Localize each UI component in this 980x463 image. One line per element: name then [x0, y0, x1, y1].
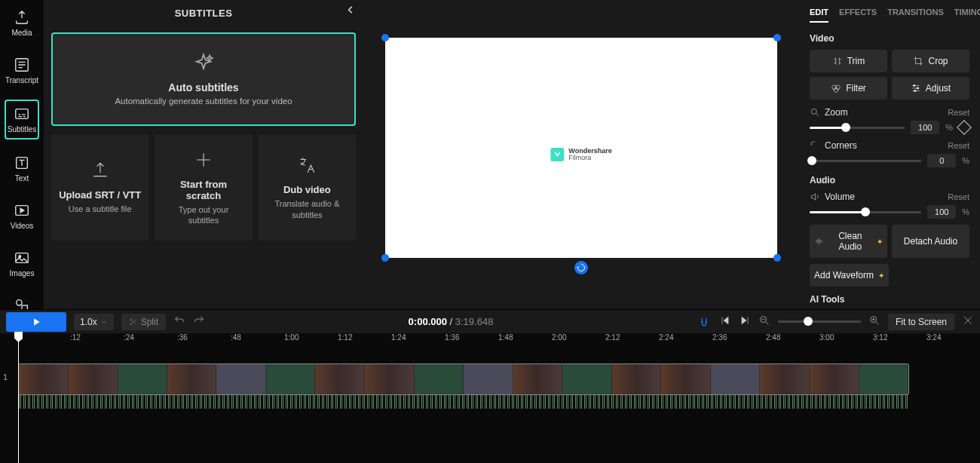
volume-slider[interactable] — [810, 211, 921, 213]
prev-frame-icon — [719, 314, 731, 327]
zoom-value[interactable]: 100 — [911, 121, 939, 134]
zoom-in-icon — [868, 314, 880, 327]
svg-point-6 — [17, 300, 22, 305]
timeline[interactable]: :0 :12 :24 :36 :48 1:00 1:12 1:24 1:36 1… — [0, 333, 980, 463]
tab-edit[interactable]: EDIT — [810, 8, 828, 23]
filter-icon — [831, 83, 841, 94]
collapse-panel-button[interactable] — [345, 5, 356, 17]
resize-handle-tl[interactable] — [381, 34, 389, 41]
crop-button[interactable]: Crop — [892, 50, 969, 72]
crop-icon — [913, 56, 923, 66]
timeline-ruler[interactable]: :0 :12 :24 :36 :48 1:00 1:12 1:24 1:36 1… — [0, 333, 980, 347]
adjust-icon — [911, 83, 921, 94]
subtitles-panel: SUBTITLES Auto subtitles Automatically g… — [44, 0, 363, 309]
resize-handle-tr[interactable] — [773, 34, 781, 41]
dub-video-card[interactable]: Dub video Translate audio & subtitles — [259, 135, 356, 241]
tab-transitions[interactable]: TRANSITIONS — [887, 8, 944, 23]
marker-icon — [697, 316, 712, 328]
svg-point-13 — [914, 90, 915, 91]
corners-reset[interactable]: Reset — [948, 141, 969, 150]
svg-point-11 — [913, 84, 914, 86]
svg-rect-1 — [16, 109, 29, 119]
undo-button[interactable] — [173, 314, 185, 329]
redo-button[interactable] — [193, 314, 205, 329]
close-timeline-button[interactable] — [962, 314, 974, 329]
zoom-slider[interactable] — [810, 127, 905, 129]
playhead[interactable] — [18, 333, 19, 463]
volume-value[interactable]: 100 — [927, 205, 956, 219]
rail-text[interactable]: Text — [5, 150, 39, 187]
video-canvas[interactable]: Wondershare Filmora — [385, 38, 777, 258]
ruler-tick: 1:24 — [391, 333, 445, 347]
ruler-tick: :0 — [17, 333, 70, 347]
card-title: Auto subtitles — [168, 81, 238, 94]
zoom-out-button[interactable] — [758, 314, 770, 329]
ruler-tick: :48 — [231, 333, 284, 347]
marker-button[interactable] — [697, 316, 712, 328]
ruler-tick: :12 — [70, 333, 124, 347]
resize-handle-br[interactable] — [773, 254, 781, 262]
rail-subtitles[interactable]: Subtitles — [5, 100, 39, 140]
add-waveform-button[interactable]: Add Waveform✦ — [810, 264, 889, 287]
auto-subtitles-card[interactable]: Auto subtitles Automatically generate su… — [51, 32, 356, 126]
rail-label: Subtitles — [8, 125, 36, 133]
rail-media[interactable]: Media — [5, 5, 39, 41]
speed-dropdown[interactable]: 1.0x — [74, 314, 114, 330]
card-subtitle: Translate audio & subtitles — [266, 198, 348, 220]
panel-title: SUBTITLES — [51, 8, 356, 19]
corners-value[interactable]: 0 — [927, 154, 956, 167]
play-button[interactable] — [6, 312, 66, 332]
videos-icon — [14, 202, 30, 219]
filter-button[interactable]: Filter — [810, 77, 887, 100]
start-scratch-card[interactable]: Start from scratch Type out your subtitl… — [155, 135, 252, 241]
inspector-tabs: EDIT EFFECTS TRANSITIONS TIMING — [810, 8, 969, 23]
next-frame-button[interactable] — [739, 314, 751, 329]
tab-timing[interactable]: TIMING — [954, 8, 980, 23]
zoom-label: Zoom — [825, 107, 848, 118]
trim-button[interactable]: Trim — [810, 50, 887, 72]
rotate-handle[interactable] — [574, 261, 588, 274]
clean-audio-icon — [814, 236, 824, 247]
zoom-reset[interactable]: Reset — [948, 108, 969, 117]
split-button[interactable]: Split — [121, 314, 166, 330]
playback-toolbar: 1.0x Split 0:00.000 / 3:19.648 Fit to Sc… — [0, 309, 980, 333]
zoom-icon — [810, 107, 820, 118]
watermark-line2: Filmora — [568, 155, 611, 161]
card-title: Upload SRT / VTT — [59, 189, 141, 201]
zoom-in-button[interactable] — [868, 314, 880, 329]
rail-transcript[interactable]: Transcript — [5, 52, 39, 89]
fit-to-screen-button[interactable]: Fit to Screen — [888, 314, 954, 330]
canvas-selection[interactable]: Wondershare Filmora — [385, 38, 777, 258]
wondershare-logo-icon — [550, 148, 564, 161]
detach-audio-button[interactable]: Detach Audio — [892, 225, 969, 258]
ruler-tick: :36 — [177, 333, 231, 347]
ai-tools-section-title: AI Tools — [810, 294, 969, 305]
rail-label: Images — [10, 269, 35, 277]
volume-reset[interactable]: Reset — [948, 192, 969, 201]
audio-waveform[interactable] — [18, 395, 909, 409]
adjust-button[interactable]: Adjust — [892, 77, 969, 100]
svg-point-14 — [811, 109, 816, 114]
volume-label: Volume — [825, 192, 855, 202]
rotate-icon — [577, 263, 586, 272]
rail-label: Media — [11, 29, 32, 37]
track-number: 1 — [3, 373, 8, 382]
keyframe-zoom-button[interactable] — [957, 120, 972, 135]
svg-point-15 — [130, 319, 132, 320]
close-icon — [962, 314, 974, 327]
corners-label: Corners — [825, 140, 857, 151]
ruler-tick: 2:24 — [659, 333, 712, 347]
tab-effects[interactable]: EFFECTS — [839, 8, 877, 23]
upload-srt-card[interactable]: Upload SRT / VTT Use a subtitle file — [51, 135, 149, 241]
rail-videos[interactable]: Videos — [5, 198, 39, 235]
resize-handle-bl[interactable] — [381, 254, 389, 262]
clean-audio-button[interactable]: Clean Audio✦ — [810, 225, 887, 258]
translate-icon — [297, 155, 317, 175]
rail-images[interactable]: Images — [5, 245, 39, 282]
prev-frame-button[interactable] — [719, 314, 731, 329]
trim-icon — [832, 56, 843, 66]
timeline-zoom-slider[interactable] — [778, 320, 861, 323]
zoom-unit: % — [945, 123, 953, 132]
video-clip[interactable] — [18, 363, 909, 395]
corners-slider[interactable] — [810, 160, 921, 162]
